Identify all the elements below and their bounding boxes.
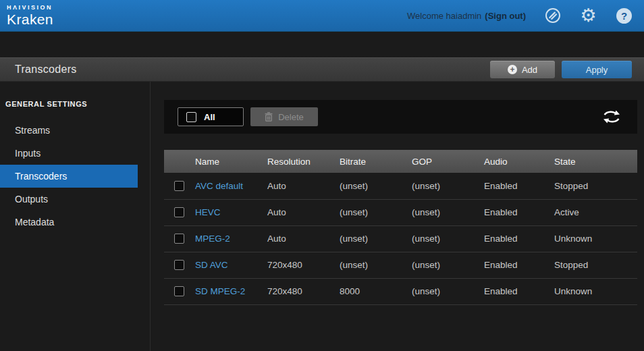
cell-resolution: Auto xyxy=(266,199,338,225)
cell-gop: (unset) xyxy=(410,278,483,304)
help-glyph: ? xyxy=(616,8,632,24)
topbar-right: Welcome haiadmin (Sign out) ⚙ ? xyxy=(407,7,633,25)
delete-button[interactable]: Delete xyxy=(250,107,318,126)
table-row: SD AVC 720x480 (unset) (unset) Enabled S… xyxy=(164,252,637,278)
add-plus-icon: + xyxy=(508,65,517,74)
page-title: Transcoders xyxy=(15,63,77,76)
transcoder-name-link[interactable]: AVC default xyxy=(195,181,243,191)
gear-icon[interactable]: ⚙ xyxy=(579,7,597,25)
table-row: AVC default Auto (unset) (unset) Enabled… xyxy=(164,173,637,199)
sidebar-item-streams[interactable]: Streams xyxy=(0,119,138,142)
welcome-text: Welcome haiadmin xyxy=(407,11,481,21)
cell-audio: Enabled xyxy=(483,225,553,252)
main-panel: All Delete xyxy=(151,82,644,351)
refresh-icon-svg xyxy=(602,109,621,125)
cell-gop: (unset) xyxy=(410,173,483,199)
cell-resolution: 720x480 xyxy=(266,278,338,304)
select-all-checkbox[interactable] xyxy=(186,112,196,122)
row-checkbox[interactable] xyxy=(174,286,184,296)
table-toolbar: All Delete xyxy=(164,100,637,134)
select-all-button[interactable]: All xyxy=(178,107,244,126)
titlebar-buttons: + Add Apply xyxy=(490,61,632,78)
cell-resolution: 720x480 xyxy=(266,252,338,278)
cell-audio: Enabled xyxy=(483,173,553,199)
cell-state: Stopped xyxy=(553,173,637,199)
page-titlebar: Transcoders + Add Apply xyxy=(0,57,644,82)
table-row: HEVC Auto (unset) (unset) Enabled Active xyxy=(164,199,637,225)
delete-button-label: Delete xyxy=(278,112,304,122)
column-header-gop: GOP xyxy=(410,150,483,173)
transcoder-name-link[interactable]: MPEG-2 xyxy=(195,234,230,244)
presets-icon-svg xyxy=(544,7,562,24)
sign-out-link[interactable]: (Sign out) xyxy=(485,11,526,21)
apply-button[interactable]: Apply xyxy=(562,61,632,78)
cell-audio: Enabled xyxy=(483,278,553,304)
transcoders-table: Name Resolution Bitrate GOP Audio State … xyxy=(164,150,637,305)
cell-audio: Enabled xyxy=(483,199,553,225)
table-row: SD MPEG-2 720x480 8000 (unset) Enabled U… xyxy=(164,278,637,304)
cell-bitrate: (unset) xyxy=(338,225,410,252)
column-header-resolution: Resolution xyxy=(266,150,338,173)
cell-resolution: Auto xyxy=(266,173,338,199)
add-button-label: Add xyxy=(522,65,537,75)
column-header-bitrate: Bitrate xyxy=(338,150,410,173)
cell-resolution: Auto xyxy=(266,225,338,252)
cell-gop: (unset) xyxy=(410,225,483,252)
row-checkbox[interactable] xyxy=(174,181,184,191)
row-checkbox[interactable] xyxy=(174,234,184,244)
column-header-audio: Audio xyxy=(483,150,553,173)
content: GENERAL SETTINGS Streams Inputs Transcod… xyxy=(0,82,644,351)
table-row: MPEG-2 Auto (unset) (unset) Enabled Unkn… xyxy=(164,225,637,252)
sidebar-item-outputs[interactable]: Outputs xyxy=(0,188,138,211)
cell-gop: (unset) xyxy=(410,252,483,278)
sidebar-item-metadata[interactable]: Metadata xyxy=(0,211,138,234)
sidebar-item-inputs[interactable]: Inputs xyxy=(0,142,138,165)
row-checkbox[interactable] xyxy=(174,207,184,217)
add-button[interactable]: + Add xyxy=(490,61,555,78)
cell-audio: Enabled xyxy=(483,252,553,278)
table-header: Name Resolution Bitrate GOP Audio State xyxy=(164,150,637,173)
cell-gop: (unset) xyxy=(410,199,483,225)
cell-state: Stopped xyxy=(553,252,637,278)
row-checkbox[interactable] xyxy=(174,260,184,270)
haivision-logo[interactable]: HΛIVISION Kraken xyxy=(7,5,53,26)
sidebar: GENERAL SETTINGS Streams Inputs Transcod… xyxy=(0,82,151,351)
trash-icon xyxy=(265,112,273,122)
cell-state: Unknown xyxy=(553,225,637,252)
cell-bitrate: (unset) xyxy=(338,199,410,225)
gear-glyph: ⚙ xyxy=(580,7,596,25)
cell-state: Unknown xyxy=(553,278,637,304)
cell-state: Active xyxy=(553,199,637,225)
presets-icon[interactable] xyxy=(543,7,562,25)
column-header-select xyxy=(164,150,194,173)
help-icon[interactable]: ? xyxy=(615,7,633,25)
column-header-state: State xyxy=(553,150,637,173)
logo-wordmark: HΛIVISION xyxy=(7,5,53,11)
apply-button-label: Apply xyxy=(586,65,608,75)
transcoder-name-link[interactable]: SD MPEG-2 xyxy=(195,286,245,296)
column-header-name: Name xyxy=(194,150,266,173)
product-name: Kraken xyxy=(7,12,53,26)
sidebar-item-transcoders[interactable]: Transcoders xyxy=(0,165,138,188)
refresh-icon[interactable] xyxy=(602,109,621,125)
transcoder-name-link[interactable]: HEVC xyxy=(195,207,221,217)
transcoder-name-link[interactable]: SD AVC xyxy=(195,260,228,270)
select-all-label: All xyxy=(204,112,215,122)
sidebar-section-label: GENERAL SETTINGS xyxy=(0,100,150,108)
cell-bitrate: (unset) xyxy=(338,173,410,199)
topbar: HΛIVISION Kraken Welcome haiadmin (Sign … xyxy=(0,0,644,32)
cell-bitrate: 8000 xyxy=(338,278,410,304)
cell-bitrate: (unset) xyxy=(338,252,410,278)
